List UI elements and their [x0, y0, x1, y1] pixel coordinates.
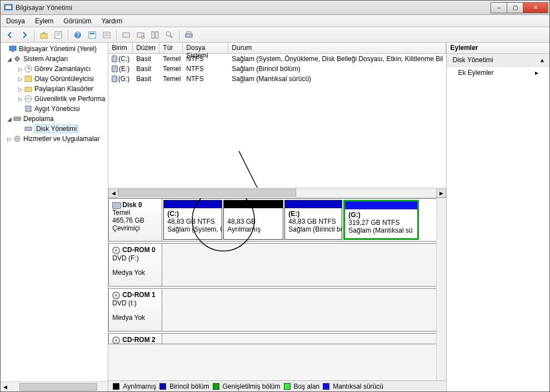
- volume-icon: [112, 76, 117, 82]
- svg-rect-2: [41, 34, 47, 38]
- disk-label: CD-ROM 0 DVD (F:) Medya Yok: [109, 244, 162, 286]
- disk-partitions-empty: [162, 289, 446, 331]
- disk-row-cdrom2[interactable]: CD-ROM 2: [108, 333, 446, 344]
- close-button[interactable]: ✕: [523, 2, 548, 13]
- svg-rect-21: [187, 32, 191, 34]
- tree-shared-folders[interactable]: ▷Paylaşılan Klasörler: [1, 84, 108, 94]
- disk-icon: [112, 202, 121, 209]
- scrollbar-thumb[interactable]: [19, 383, 97, 391]
- volume-cell: (G:): [118, 75, 130, 83]
- menu-file[interactable]: Dosya: [6, 17, 25, 25]
- partition-e[interactable]: (E:)48,83 GB NTFSSağlam (Birincil bö: [284, 200, 342, 240]
- minimize-button[interactable]: –: [491, 2, 507, 13]
- tree-system-tools[interactable]: ◢Sistem Araçları: [1, 54, 108, 64]
- volume-horizontal-scrollbar[interactable]: ◀ ▶: [108, 188, 446, 198]
- tool-button-3[interactable]: [149, 29, 161, 41]
- col-volume[interactable]: Birim: [108, 43, 133, 53]
- partition-c[interactable]: (C:)48,83 GB NTFSSağlam (System, Ç: [163, 200, 222, 240]
- volume-row[interactable]: (E:) Basit Temel NTFS Sağlam (Birincil b…: [108, 64, 446, 74]
- partition-status: Ayrılmamış: [227, 225, 261, 233]
- scroll-left-button[interactable]: ◀: [108, 189, 118, 198]
- tree-label: Görev Zamanlayıcı: [34, 65, 91, 73]
- volume-icon: [112, 56, 117, 62]
- toolbar-sep: [68, 29, 68, 41]
- menu-view[interactable]: Görünüm: [63, 17, 91, 25]
- collapse-icon: ▴: [541, 56, 544, 64]
- partition-status: Sağlam (Birincil bö: [288, 225, 342, 233]
- tree-services[interactable]: ▷Hizmetler ve Uygulamalar: [1, 134, 108, 144]
- svg-rect-23: [12, 51, 14, 52]
- tool-button-2[interactable]: [134, 29, 147, 41]
- tree-label: Güvenilirlik ve Performa: [34, 95, 105, 103]
- scroll-track[interactable]: [118, 189, 436, 198]
- tree-performance[interactable]: ▷Güvenilirlik ve Performa: [1, 94, 108, 104]
- svg-rect-30: [26, 106, 31, 112]
- volume-list-header: Birim Düzen Tür Dosya Sistemi Durum: [108, 43, 446, 54]
- tree-device-manager[interactable]: Aygıt Yöneticisi: [1, 104, 108, 114]
- tool-button-4[interactable]: [163, 29, 176, 41]
- properties-button[interactable]: [52, 29, 64, 41]
- col-layout[interactable]: Düzen: [133, 43, 159, 53]
- folder-icon: [24, 84, 33, 93]
- back-button[interactable]: [4, 29, 16, 41]
- tree-task-scheduler[interactable]: ▷Görev Zamanlayıcı: [1, 64, 108, 74]
- partition-name: (E:): [288, 210, 299, 218]
- col-status[interactable]: Durum: [228, 43, 446, 53]
- fs-cell: NTFS: [183, 65, 228, 73]
- volume-row[interactable]: (G:) Basit Temel NTFS Sağlam (Mantıksal …: [108, 74, 446, 84]
- up-button[interactable]: [38, 29, 50, 41]
- menu-help[interactable]: Yardım: [101, 17, 122, 25]
- legend-swatch-extended: [213, 383, 219, 390]
- actions-header: Eylemler: [447, 43, 549, 54]
- actions-group-disk-mgmt[interactable]: Disk Yönetimi ▴: [447, 54, 549, 67]
- disk-label: CD-ROM 2: [109, 334, 162, 344]
- actions-group-label: Disk Yönetimi: [452, 56, 493, 64]
- scrollbar-thumb[interactable]: [118, 189, 296, 197]
- disk-nomedia: Medya Yok: [112, 269, 145, 277]
- tree-horizontal-scrollbar[interactable]: ◀: [1, 381, 108, 391]
- disk-row-cdrom1[interactable]: CD-ROM 1 DVD (I:) Medya Yok: [108, 288, 446, 331]
- svg-text:?: ?: [76, 31, 80, 39]
- tree-root[interactable]: Bilgisayar Yönetimi (Yerel): [1, 44, 108, 54]
- help-button[interactable]: ?: [72, 29, 84, 41]
- refresh-button[interactable]: [86, 29, 98, 41]
- window-buttons: – ▢ ✕: [491, 2, 548, 13]
- disk-sub: DVD (F:): [112, 254, 138, 262]
- svg-rect-16: [152, 32, 154, 38]
- tool-button-1[interactable]: [120, 29, 132, 41]
- tool-button-5[interactable]: [183, 29, 195, 41]
- partition-size: 319,27 GB NTFS: [348, 219, 399, 227]
- partition-g[interactable]: (G:)319,27 GB NTFSSağlam (Mantıksal sü: [343, 200, 419, 240]
- partition-size: 48,83 GB NTFS: [288, 218, 336, 225]
- disk-vertical-scrollbar[interactable]: [436, 198, 446, 380]
- scroll-right-button[interactable]: ▶: [436, 189, 446, 198]
- tree-storage[interactable]: ◢Depolama: [1, 114, 108, 124]
- disk-label: CD-ROM 1 DVD (I:) Medya Yok: [109, 289, 162, 331]
- list-button[interactable]: [101, 29, 113, 41]
- tree-event-viewer[interactable]: ▷Olay Görüntüleyicisi: [1, 74, 108, 84]
- tree-label: Aygıt Yöneticisi: [34, 105, 80, 113]
- menu-action[interactable]: Eylem: [35, 17, 53, 25]
- legend-label: Mantıksal sürücü: [333, 383, 383, 390]
- cdrom-icon: [112, 292, 120, 299]
- maximize-button[interactable]: ▢: [507, 2, 523, 13]
- svg-rect-10: [103, 32, 110, 38]
- tree-disk-mgmt[interactable]: Disk Yönetimi: [1, 124, 108, 134]
- layout-cell: Basit: [133, 55, 159, 63]
- partition-unallocated[interactable]: 48,83 GBAyrılmamış: [223, 200, 283, 240]
- partition-status: Sağlam (Mantıksal sü: [348, 227, 412, 234]
- volume-row[interactable]: (C:) Basit Temel NTFS Sağlam (System, Ön…: [108, 54, 446, 64]
- col-type[interactable]: Tür: [159, 43, 183, 53]
- legend-swatch-unallocated: [113, 383, 119, 390]
- disk-partitions-empty: [162, 334, 446, 344]
- disk-name: CD-ROM 1: [122, 291, 155, 299]
- disk-row-disk0[interactable]: Disk 0 Temel 465,76 GB Çevrimiçi (C:)48,…: [108, 198, 446, 242]
- volume-list: (C:) Basit Temel NTFS Sağlam (System, Ön…: [108, 54, 446, 198]
- actions-more-label: Ek Eylemler: [458, 69, 493, 77]
- col-fs[interactable]: Dosya Sistemi: [183, 43, 228, 53]
- forward-button[interactable]: [18, 29, 31, 41]
- disk-row-cdrom0[interactable]: CD-ROM 0 DVD (F:) Medya Yok: [108, 243, 446, 287]
- actions-more[interactable]: Ek Eylemler ▸: [447, 67, 549, 79]
- partition-status: Sağlam (System, Ç: [167, 225, 222, 233]
- tree-system-tools-label: Sistem Araçları: [23, 55, 68, 63]
